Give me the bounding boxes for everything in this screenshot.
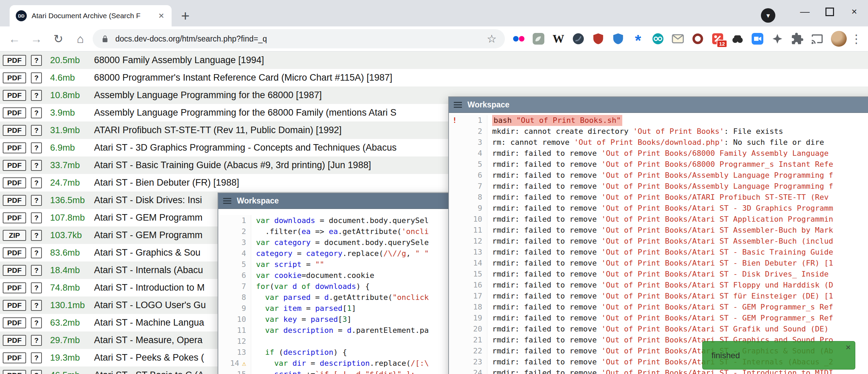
file-help-button[interactable]: ? (31, 142, 42, 153)
lock-icon[interactable] (101, 35, 109, 43)
maximize-icon (825, 8, 834, 16)
workspace-titlebar[interactable]: Workspace (218, 193, 450, 209)
home-button[interactable]: ⌂ (71, 29, 90, 48)
file-type-badge[interactable]: PDF (3, 370, 26, 374)
file-help-button[interactable]: ? (31, 160, 42, 171)
file-help-button[interactable]: ? (31, 335, 42, 346)
code-line: 9 var item = parsed[1] (218, 303, 450, 314)
new-tab-button[interactable]: + (177, 8, 194, 24)
file-help-button[interactable]: ? (31, 195, 42, 206)
ublock-shield-icon[interactable] (591, 31, 606, 46)
terminal-line: !1bash "Out of Print Books.sh" (449, 115, 868, 126)
error-marker-icon: ! (452, 115, 457, 126)
gray-extension-icon[interactable] (531, 31, 546, 46)
wikipedia-icon[interactable]: W (551, 31, 566, 46)
close-window-button[interactable]: × (842, 3, 867, 21)
file-title: Atari ST - GEM Programm (94, 212, 202, 223)
code-line: 6var cookie=document.cookie (218, 270, 450, 281)
terminal-line: 7rmdir: failed to remove 'Out of Print B… (449, 181, 868, 192)
code-line: 5var script = "" (218, 259, 450, 270)
file-type-badge[interactable]: PDF (3, 335, 26, 346)
file-type-badge[interactable]: PDF (3, 142, 26, 153)
line-gutter: 14 (449, 258, 487, 269)
file-help-button[interactable]: ? (31, 300, 42, 311)
file-type-badge[interactable]: PDF (3, 352, 26, 363)
file-help-button[interactable]: ? (31, 282, 42, 293)
file-type-badge[interactable]: PDF (3, 195, 26, 206)
file-help-button[interactable]: ? (31, 265, 42, 276)
file-type-badge[interactable]: PDF (3, 300, 26, 311)
flickr-icon[interactable] (511, 31, 526, 46)
file-type-badge[interactable]: PDF (3, 55, 26, 66)
mail-icon[interactable] (670, 31, 685, 46)
red-extension-icon[interactable]: 12 (710, 31, 725, 46)
file-type-badge[interactable]: PDF (3, 107, 26, 118)
file-type-badge[interactable]: PDF (3, 72, 26, 83)
line-number: 5 (242, 259, 246, 270)
file-type-badge[interactable]: PDF (3, 317, 26, 328)
file-help-button[interactable]: ? (31, 370, 42, 374)
line-number: 5 (478, 159, 482, 170)
forward-button[interactable]: → (27, 29, 46, 48)
file-help-button[interactable]: ? (31, 212, 42, 223)
file-type-badge[interactable]: PDF (3, 247, 26, 258)
code-editor-lines[interactable]: 1var downloads = document.body.querySel2… (218, 209, 450, 374)
maximize-button[interactable] (817, 3, 842, 21)
url-text[interactable]: docs.dev-docs.org/htm/search.php?find=_q (115, 34, 481, 44)
workspace-titlebar[interactable]: Workspace (449, 97, 868, 113)
aperture-ring-icon[interactable] (690, 31, 705, 46)
line-number: 11 (237, 325, 246, 336)
toast-close-icon[interactable]: × (846, 342, 851, 353)
line-gutter: 6 (449, 170, 487, 181)
profile-avatar[interactable] (831, 31, 847, 47)
reload-button[interactable]: ↻ (49, 29, 68, 48)
file-help-button[interactable]: ? (31, 230, 42, 241)
file-help-button[interactable]: ? (31, 317, 42, 328)
file-type-badge[interactable]: PDF (3, 212, 26, 223)
file-help-button[interactable]: ? (31, 107, 42, 118)
file-help-button[interactable]: ? (31, 247, 42, 258)
file-type-badge[interactable]: PDF (3, 265, 26, 276)
video-camera-icon[interactable] (750, 31, 765, 46)
code-text: var script = "" (251, 259, 450, 270)
asterisk-icon[interactable]: * (630, 33, 646, 48)
minimize-button[interactable]: — (792, 3, 817, 21)
bookmark-star-icon[interactable]: ☆ (487, 32, 497, 45)
file-type-badge[interactable]: PDF (3, 90, 26, 101)
file-help-button[interactable]: ? (31, 55, 42, 66)
back-button[interactable]: ← (5, 29, 24, 48)
browser-menu-icon[interactable]: ⋮ (849, 29, 863, 48)
extensions-puzzle-icon[interactable] (790, 31, 805, 46)
file-type-badge[interactable]: PDF (3, 160, 26, 171)
file-help-button[interactable]: ? (31, 177, 42, 188)
file-type-badge[interactable]: ZIP (3, 230, 26, 241)
blue-shield-icon[interactable] (611, 31, 626, 46)
file-type-badge[interactable]: PDF (3, 125, 26, 136)
hamburger-menu-icon[interactable] (223, 198, 231, 204)
tab-close-icon[interactable]: × (157, 11, 165, 21)
file-help-button[interactable]: ? (31, 72, 42, 83)
line-gutter: 6 (218, 270, 251, 281)
file-type-badge[interactable]: PDF (3, 282, 26, 293)
file-help-button[interactable]: ? (31, 125, 42, 136)
file-title: Atari ST - Introduction to M (94, 282, 205, 293)
browser-tab[interactable]: DD Atari Document Archive (Search F × (10, 5, 172, 26)
terminal-lines[interactable]: !1bash "Out of Print Books.sh"2mkdir: ca… (449, 113, 868, 374)
browser-chrome: DD Atari Document Archive (Search F × + … (0, 0, 868, 51)
downloads-chevron-indicator[interactable]: ▾ (761, 8, 775, 23)
sparkle-icon[interactable] (770, 31, 785, 46)
file-size: 31.9mb (50, 125, 94, 136)
file-title: Atari ST - 3D Graphics Programming - Con… (94, 142, 396, 153)
cast-icon[interactable] (810, 31, 825, 46)
file-type-badge[interactable]: PDF (3, 177, 26, 188)
file-help-button[interactable]: ? (31, 352, 42, 363)
cc-icon[interactable] (650, 31, 666, 46)
file-help-button[interactable]: ? (31, 90, 42, 101)
url-bar[interactable]: docs.dev-docs.org/htm/search.php?find=_q… (93, 29, 505, 48)
line-number: 18 (473, 302, 483, 313)
workspace-title: Workspace (467, 100, 509, 109)
binoculars-icon[interactable] (730, 31, 745, 46)
noscript-icon[interactable] (571, 31, 586, 46)
line-number: 12 (237, 336, 246, 347)
hamburger-menu-icon[interactable] (454, 102, 462, 108)
